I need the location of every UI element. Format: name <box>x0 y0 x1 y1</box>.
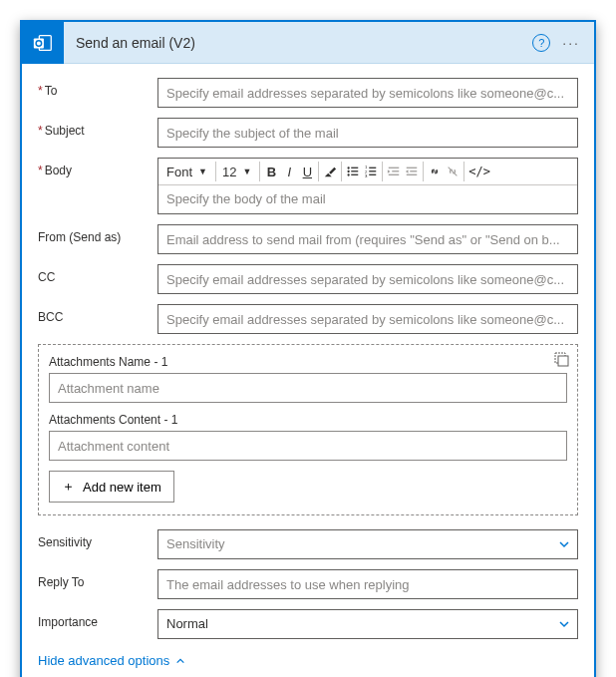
more-icon[interactable]: ··· <box>562 35 580 51</box>
font-select-label: Font <box>166 165 192 179</box>
attachment-content-label: Attachments Content - 1 <box>49 413 567 427</box>
size-select-label: 12 <box>222 165 236 179</box>
body-editor: Font ▼ 12 ▼ B I U <box>157 158 578 214</box>
number-list-button[interactable]: 123 <box>362 161 380 182</box>
card-header[interactable]: Send an email (V2) ? ··· <box>22 22 594 64</box>
from-label: From (Send as) <box>38 224 157 244</box>
row-importance: Importance Normal <box>38 609 578 639</box>
subject-label: Subject <box>38 118 157 138</box>
code-view-button[interactable]: </> <box>466 161 492 182</box>
svg-rect-18 <box>407 168 418 169</box>
svg-rect-6 <box>352 170 359 171</box>
svg-rect-12 <box>370 170 377 171</box>
plus-icon: ＋ <box>62 478 75 496</box>
to-label: To <box>38 78 157 98</box>
editor-toolbar: Font ▼ 12 ▼ B I U <box>158 159 577 185</box>
attachments-section: Attachments Name - 1 Attachments Content… <box>38 344 578 515</box>
bold-button[interactable]: B <box>262 161 280 182</box>
body-input[interactable]: Specify the body of the mail <box>158 185 577 213</box>
toolbar-separator <box>318 162 319 181</box>
header-actions: ? ··· <box>532 34 594 52</box>
svg-rect-14 <box>370 174 377 175</box>
chevron-up-icon <box>175 656 185 666</box>
attachment-name-input[interactable] <box>49 373 567 403</box>
svg-point-5 <box>348 170 350 172</box>
font-select[interactable]: Font ▼ <box>162 165 213 179</box>
bullet-list-button[interactable] <box>344 161 362 182</box>
caret-down-icon: ▼ <box>242 167 251 176</box>
replyto-label: Reply To <box>38 569 157 589</box>
attachment-content-input[interactable] <box>49 431 567 461</box>
cc-input[interactable] <box>157 264 578 294</box>
row-replyto: Reply To <box>38 569 578 599</box>
sensitivity-label: Sensitivity <box>38 529 157 549</box>
add-item-button[interactable]: ＋ Add new item <box>49 471 174 503</box>
svg-point-3 <box>348 167 350 169</box>
bcc-input[interactable] <box>157 304 578 334</box>
hide-advanced-label: Hide advanced options <box>38 653 169 668</box>
hide-advanced-link[interactable]: Hide advanced options <box>38 653 185 668</box>
row-sensitivity: Sensitivity Sensitivity <box>38 529 578 559</box>
svg-rect-16 <box>393 170 400 171</box>
importance-label: Importance <box>38 609 157 629</box>
svg-rect-10 <box>370 168 377 169</box>
toolbar-separator <box>463 162 464 181</box>
svg-rect-17 <box>389 174 400 175</box>
svg-point-7 <box>348 173 350 175</box>
bcc-label: BCC <box>38 304 157 324</box>
from-input[interactable] <box>157 224 578 254</box>
sensitivity-select[interactable]: Sensitivity <box>157 529 578 559</box>
row-from: From (Send as) <box>38 224 578 254</box>
toolbar-separator <box>259 162 260 181</box>
underline-button[interactable]: U <box>298 161 316 182</box>
row-bcc: BCC <box>38 304 578 334</box>
svg-rect-8 <box>352 174 359 175</box>
subject-input[interactable] <box>157 118 578 148</box>
size-select[interactable]: 12 ▼ <box>218 165 257 179</box>
toolbar-separator <box>382 162 383 181</box>
body-label: Body <box>38 158 157 177</box>
toolbar-separator <box>215 162 216 181</box>
outlook-icon <box>22 22 64 64</box>
importance-select[interactable]: Normal <box>157 609 578 639</box>
cc-label: CC <box>38 264 157 284</box>
italic-button[interactable]: I <box>280 161 298 182</box>
row-cc: CC <box>38 264 578 294</box>
svg-rect-1 <box>34 38 44 48</box>
svg-rect-23 <box>558 356 568 366</box>
switch-array-icon[interactable] <box>553 351 569 367</box>
svg-rect-19 <box>411 170 418 171</box>
indent-button[interactable] <box>403 161 421 182</box>
svg-text:3: 3 <box>365 173 368 178</box>
help-icon[interactable]: ? <box>532 34 550 52</box>
send-email-card: Send an email (V2) ? ··· To Subject Body <box>20 20 596 677</box>
unlink-button[interactable] <box>444 161 462 182</box>
svg-rect-4 <box>352 168 359 169</box>
svg-rect-20 <box>407 174 418 175</box>
attachment-name-label: Attachments Name - 1 <box>49 355 567 369</box>
toolbar-separator <box>341 162 342 181</box>
replyto-input[interactable] <box>157 569 578 599</box>
to-input[interactable] <box>157 78 578 108</box>
card-body: To Subject Body Font ▼ <box>22 64 594 677</box>
row-body: Body Font ▼ 12 ▼ B <box>38 158 578 214</box>
row-subject: Subject <box>38 118 578 148</box>
add-item-label: Add new item <box>83 480 161 495</box>
svg-rect-15 <box>389 168 400 169</box>
link-button[interactable] <box>426 161 444 182</box>
caret-down-icon: ▼ <box>198 167 207 176</box>
toolbar-separator <box>423 162 424 181</box>
row-to: To <box>38 78 578 108</box>
highlight-button[interactable] <box>321 161 339 182</box>
card-title: Send an email (V2) <box>64 35 532 51</box>
outdent-button[interactable] <box>385 161 403 182</box>
